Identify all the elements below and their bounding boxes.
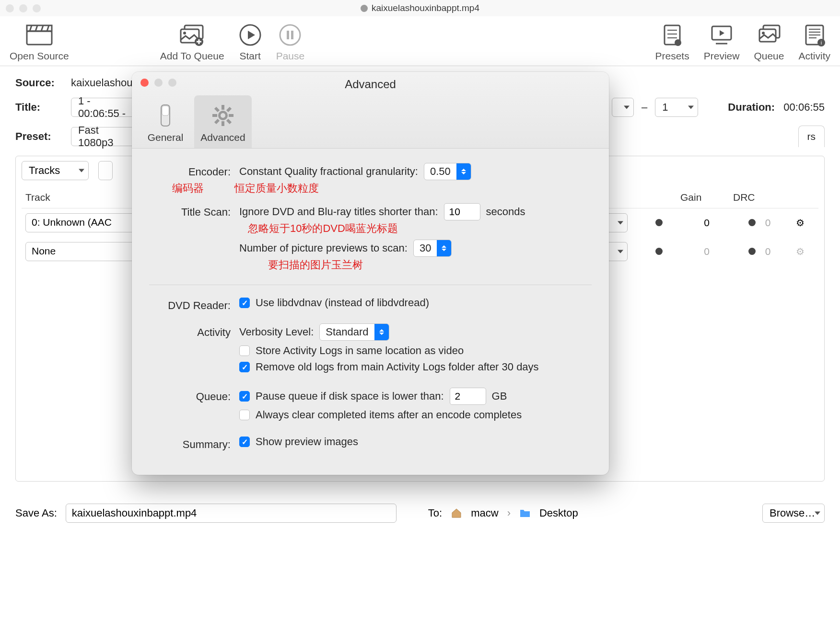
gear-icon: [210, 103, 235, 128]
cq-granularity-select[interactable]: 0.50: [424, 163, 471, 180]
activity-label: Activity: [798, 50, 830, 62]
presets-label: Presets: [655, 50, 689, 62]
window-title: kaixuelashouxinbappt.mp4: [0, 3, 840, 13]
svg-rect-0: [27, 31, 52, 45]
dvd-reader-label: DVD Reader:: [149, 297, 231, 312]
preview-icon: [709, 23, 734, 47]
previews-label: Number of picture previews to scan:: [239, 242, 408, 254]
pause-queue-unit: GB: [492, 390, 507, 402]
show-preview-label: Show preview images: [256, 436, 358, 448]
pause-button: Pause: [276, 23, 305, 62]
radio-icon[interactable]: [748, 248, 756, 255]
ignore-titles-unit: seconds: [486, 206, 525, 218]
encoder-label: Encoder:: [149, 163, 231, 178]
chapter-end-select[interactable]: [612, 98, 634, 117]
svg-line-3: [35, 25, 37, 31]
tab-general[interactable]: General: [137, 95, 194, 148]
radio-icon[interactable]: [748, 219, 756, 226]
duration-value: 00:06:55: [783, 101, 825, 114]
store-logs-checkbox[interactable]: [239, 345, 250, 356]
save-as-row: Save As: To: macw › Desktop Browse…: [15, 504, 825, 523]
pause-queue-label: Pause queue if disk space is lower than:: [256, 390, 444, 402]
tab-rs[interactable]: rs: [798, 126, 825, 147]
chevron-right-icon: ›: [507, 507, 511, 519]
add-to-queue-icon: [178, 23, 207, 47]
presets-icon: [662, 23, 683, 47]
queue-label: Queue: [754, 50, 784, 62]
col-gain: Gain: [680, 192, 733, 203]
gear-icon[interactable]: ⚙: [786, 217, 815, 229]
verbosity-select[interactable]: Standard: [319, 323, 389, 341]
cq-granularity-label: Constant Quality fractional granularity:: [239, 165, 418, 178]
ignore-titles-input[interactable]: [444, 203, 480, 220]
preset-label: Preset:: [15, 130, 63, 143]
save-as-input[interactable]: [66, 504, 397, 523]
show-preview-checkbox[interactable]: [239, 437, 250, 447]
clear-completed-label: Always clear completed items after an en…: [256, 409, 522, 421]
activity-section-label: Activity: [149, 323, 231, 339]
play-icon: [239, 23, 262, 47]
add-to-queue-button[interactable]: Add To Queue: [160, 23, 224, 62]
sheet-tabs: General Advanced: [137, 95, 252, 148]
pause-queue-input[interactable]: [450, 388, 486, 405]
remove-logs-label: Remove old logs from main Activity Logs …: [256, 361, 539, 373]
tab-general-label: General: [148, 132, 184, 143]
preview-button[interactable]: Preview: [704, 23, 740, 62]
svg-point-8: [183, 32, 186, 34]
svg-line-43: [227, 120, 231, 123]
folder-icon: [519, 508, 531, 518]
presets-button[interactable]: Presets: [655, 23, 689, 62]
annotation-encoder: 编码器: [172, 181, 204, 196]
gain-value: 0: [680, 246, 733, 257]
titlebar: kaixuelashouxinbappt.mp4: [0, 0, 840, 16]
home-icon: [451, 507, 462, 519]
pause-icon: [279, 23, 302, 47]
queue-button[interactable]: Queue: [754, 23, 784, 62]
preferences-sheet: Advanced General Advanced Encoder: [132, 72, 609, 475]
tab-advanced[interactable]: Advanced: [194, 95, 252, 148]
reload-button[interactable]: [98, 161, 113, 180]
svg-text:i: i: [821, 40, 822, 46]
dash: –: [642, 101, 647, 114]
libdvdnav-label: Use libdvdnav (instead of libdvdread): [256, 297, 429, 309]
gain-value: 0: [680, 217, 733, 229]
svg-line-42: [215, 108, 219, 111]
pause-label: Pause: [276, 50, 305, 62]
col-drc: DRC: [733, 192, 786, 203]
pause-queue-checkbox[interactable]: [239, 391, 250, 402]
remove-logs-checkbox[interactable]: [239, 362, 250, 372]
clear-completed-checkbox[interactable]: [239, 410, 250, 420]
radio-icon[interactable]: [655, 248, 663, 255]
duration-label: Duration:: [728, 101, 776, 114]
to-label: To:: [428, 507, 442, 519]
svg-marker-13: [248, 31, 255, 39]
save-as-label: Save As:: [15, 507, 57, 519]
tab-advanced-label: Advanced: [200, 132, 245, 143]
open-source-button[interactable]: Open Source: [10, 23, 69, 62]
activity-button[interactable]: i Activity: [798, 23, 830, 62]
title-label: Title:: [15, 101, 63, 114]
annotation-previews: 要扫描的图片玉兰树: [268, 258, 363, 272]
to-user[interactable]: macw: [471, 507, 498, 519]
to-folder[interactable]: Desktop: [539, 507, 578, 519]
clapperboard-icon: [25, 23, 54, 47]
svg-line-5: [47, 25, 49, 31]
store-logs-label: Store Activity Logs in same location as …: [256, 345, 464, 357]
svg-line-44: [227, 108, 231, 111]
libdvdnav-checkbox[interactable]: [239, 298, 250, 308]
svg-rect-16: [291, 31, 293, 39]
annotation-ignore: 忽略短于10秒的DVD喝蓝光标题: [248, 221, 398, 236]
radio-icon[interactable]: [655, 219, 663, 226]
svg-line-45: [215, 120, 219, 123]
sheet-body: Encoder: Constant Quality fractional gra…: [132, 149, 609, 475]
svg-point-46: [221, 113, 225, 118]
start-button[interactable]: Start: [239, 23, 262, 62]
previews-select[interactable]: 30: [413, 240, 452, 257]
tracks-dropdown[interactable]: Tracks: [22, 161, 89, 180]
chapter-end-value[interactable]: 1: [655, 98, 698, 117]
svg-marker-23: [720, 30, 724, 36]
browse-button[interactable]: Browse…: [762, 504, 825, 523]
modified-dot-icon: [361, 5, 368, 12]
title-scan-label: Title Scan:: [149, 203, 231, 218]
open-source-label: Open Source: [10, 50, 69, 62]
